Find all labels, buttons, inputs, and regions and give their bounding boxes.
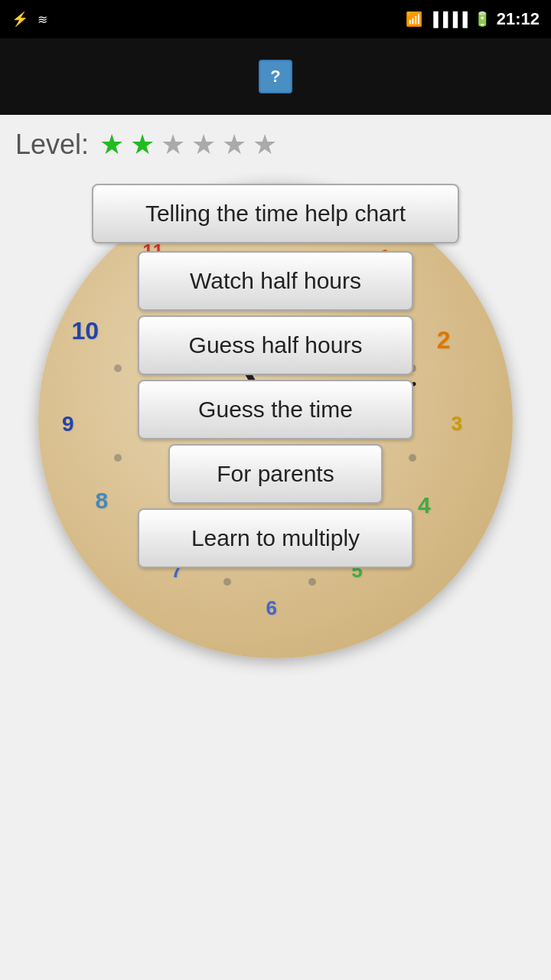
wifi-icon: 📶 xyxy=(406,11,422,28)
time-display: 21:12 xyxy=(497,9,540,29)
status-left-icons: ⚡ ≋ xyxy=(11,11,47,28)
status-right-icons: 📶 ▐▐▐▐ 🔋 21:12 xyxy=(406,9,540,29)
bottom-area xyxy=(0,812,551,980)
star-4: ★ xyxy=(191,129,216,161)
clock-dot xyxy=(223,578,231,586)
usb-icon: ⚡ xyxy=(11,11,28,28)
level-section: Level: ★ ★ ★ ★ ★ ★ xyxy=(0,115,551,168)
top-banner: ? xyxy=(0,38,551,115)
telling-time-label: Telling the time help chart xyxy=(145,201,406,226)
for-parents-label: For parents xyxy=(217,461,334,486)
star-3: ★ xyxy=(161,129,185,161)
guess-half-label: Guess half hours xyxy=(189,332,363,358)
clock-dot xyxy=(308,578,316,586)
guess-time-button[interactable]: Guess the time xyxy=(138,380,413,439)
buttons-container: Telling the time help chart Watch half h… xyxy=(15,176,536,573)
battery-icon: 🔋 xyxy=(474,11,491,28)
watch-half-hours-button[interactable]: Watch half hours xyxy=(138,251,413,311)
guess-time-label: Guess the time xyxy=(198,397,353,422)
signal-icon: ▐▐▐▐ xyxy=(429,11,468,28)
telling-time-button[interactable]: Telling the time help chart xyxy=(92,184,459,243)
clock-number-6: 6 xyxy=(266,596,277,620)
guess-half-hours-button[interactable]: Guess half hours xyxy=(138,315,413,375)
learn-multiply-label: Learn to multiply xyxy=(191,525,360,550)
learn-multiply-button[interactable]: Learn to multiply xyxy=(138,508,413,568)
help-button[interactable]: ? xyxy=(259,60,292,93)
watch-half-label: Watch half hours xyxy=(190,268,361,293)
level-label: Level: xyxy=(15,129,89,161)
star-1: ★ xyxy=(99,129,124,161)
star-6: ★ xyxy=(253,129,277,161)
subtitle-icon: ≋ xyxy=(37,12,47,27)
status-bar: ⚡ ≋ 📶 ▐▐▐▐ 🔋 21:12 xyxy=(0,0,551,38)
main-content: 121234567891011 Telling the time help ch… xyxy=(0,168,551,919)
for-parents-button[interactable]: For parents xyxy=(168,444,383,504)
help-icon: ? xyxy=(270,67,280,87)
star-2: ★ xyxy=(130,129,155,161)
star-5: ★ xyxy=(222,129,246,161)
